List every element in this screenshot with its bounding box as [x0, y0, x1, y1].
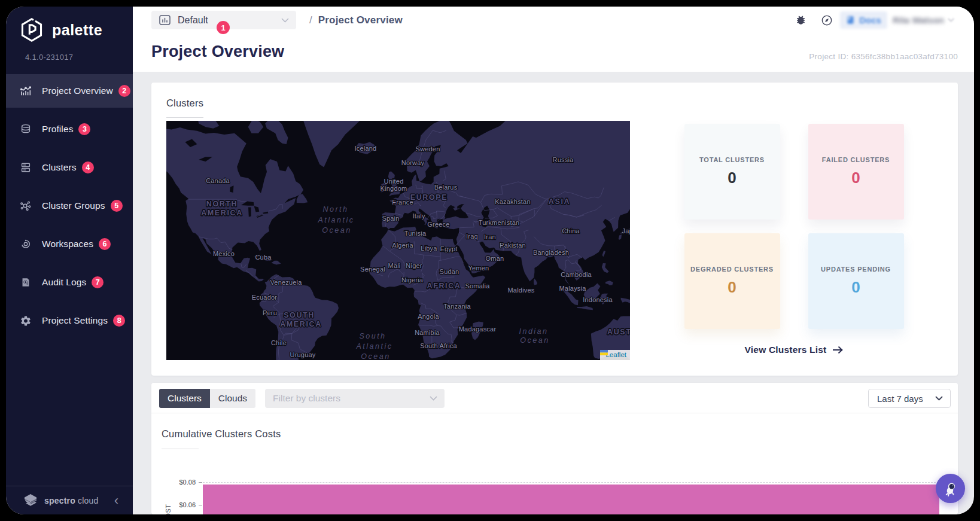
map-label: Cuba: [255, 254, 272, 261]
map-label: Greece: [427, 221, 449, 228]
date-range-value: Last 7 days: [877, 394, 923, 404]
map-label: Senegal: [360, 266, 385, 273]
map-label: Uruguay: [290, 351, 316, 358]
tab-clouds[interactable]: Clouds: [210, 389, 255, 408]
map-label: Oman: [486, 255, 504, 262]
costs-section-title: Cumulative Clusters Costs: [151, 413, 958, 440]
stat-label: UPDATES PENDING: [821, 266, 891, 273]
header-actions: Docs Rita Watson: [781, 11, 954, 29]
annotation-badge-6: 6: [99, 238, 111, 250]
annotation-badge-5: 5: [111, 200, 123, 212]
sidebar-item-cluster-groups[interactable]: Cluster Groups 5: [6, 189, 133, 223]
docs-label: Docs: [859, 15, 881, 25]
map-label: Sudan: [440, 268, 459, 275]
map-label: China: [562, 227, 580, 234]
costs-toolbar: Clusters Clouds Filter by clusters Last …: [151, 383, 958, 408]
sidebar-item-label: Project Settings: [42, 315, 108, 326]
sidebar-item-project-settings[interactable]: Project Settings 8: [6, 304, 133, 337]
chart-area-series: [203, 485, 939, 514]
map-label: Italy: [412, 212, 425, 220]
world-map[interactable]: IcelandSwedenNorwayRussiaCanadaUnitedKin…: [166, 121, 630, 360]
map-label: Pakistan: [500, 242, 526, 249]
sidebar-item-label: Profiles: [42, 124, 73, 135]
map-label: United: [384, 178, 404, 185]
spectro-text: spectro: [44, 496, 75, 505]
project-id: Project ID: 6356fc38bb1aac03afd73100: [809, 52, 958, 61]
date-range-select[interactable]: Last 7 days: [868, 389, 951, 408]
project-selector-icon: [159, 15, 171, 25]
map-label: Nigeria: [401, 276, 424, 284]
sidebar-item-label: Project Overview: [42, 86, 113, 96]
chart-max-gridline: [203, 482, 942, 483]
filter-by-clusters-select[interactable]: Filter by clusters: [265, 389, 445, 408]
bug-report-icon[interactable]: [795, 14, 806, 26]
stat-card-failed-clusters: FAILED CLUSTERS 0: [808, 124, 904, 220]
docs-button[interactable]: Docs: [840, 11, 887, 29]
map-label: Spain: [382, 215, 399, 222]
breadcrumb-current[interactable]: Project Overview: [318, 14, 403, 26]
chart-y-tick-label: $0.08: [172, 479, 196, 486]
chevron-down-icon: [281, 18, 289, 23]
sidebar-item-label: Workspaces: [42, 239, 93, 249]
sidebar-item-label: Cluster Groups: [42, 200, 105, 211]
map-label: Kazakhstan: [495, 198, 530, 205]
project-selector-value: Default: [178, 15, 208, 26]
sidebar-item-project-overview[interactable]: Project Overview 2: [6, 74, 133, 108]
map-label: Madagascar: [459, 325, 497, 333]
arrow-right-icon: [832, 346, 843, 354]
user-chevron-down-icon[interactable]: [948, 18, 954, 22]
map-label: Libya: [421, 245, 437, 252]
breadcrumb-slash: /: [309, 14, 312, 26]
profiles-stack-icon: [20, 123, 32, 135]
map-label: Tanzania: [443, 303, 471, 310]
sidebar-item-profiles[interactable]: Profiles 3: [6, 112, 133, 146]
tab-clusters[interactable]: Clusters: [159, 389, 210, 408]
map-label: Japan: [622, 227, 630, 234]
map-label: Iceland: [355, 145, 377, 152]
map-label: Sweden: [416, 145, 440, 153]
map-label: Ecuador: [252, 294, 278, 301]
sidebar-item-workspaces[interactable]: Workspaces 6: [6, 227, 133, 261]
filter-chevron-down-icon: [430, 396, 437, 401]
sidebar-item-label: Audit Logs: [42, 277, 86, 288]
map-label: Atlantic: [318, 216, 355, 224]
map-label: Indonesia: [583, 296, 613, 303]
stat-value: 0: [851, 278, 860, 297]
map-label: Turkmenistan: [479, 219, 520, 226]
map-attribution: Leaflet: [600, 350, 630, 360]
map-label: Norway: [401, 159, 425, 166]
explore-compass-icon[interactable]: [821, 14, 833, 26]
map-label: Canada: [206, 177, 230, 184]
map-label: Ocean: [361, 352, 390, 360]
sidebar-item-audit-logs[interactable]: Audit Logs 7: [6, 266, 133, 299]
sidebar-collapse-button[interactable]: ‹: [114, 493, 118, 508]
sidebar-item-clusters[interactable]: Clusters 4: [6, 151, 133, 184]
map-label: Atlantic: [356, 342, 393, 351]
stat-value: 0: [851, 169, 860, 187]
chart-y-axis-title: COST: [165, 507, 172, 514]
assistant-fab-button[interactable]: [936, 474, 965, 503]
user-menu[interactable]: Rita Watson: [893, 15, 944, 25]
leaflet-attribution-link[interactable]: Leaflet: [605, 351, 626, 358]
map-label: Mali: [388, 262, 401, 269]
map-label: Maldives: [507, 287, 534, 294]
view-clusters-list-link[interactable]: View Clusters List: [745, 345, 844, 355]
map-label: Namibia: [415, 329, 440, 336]
top-bar: Default 1 / Project Overview: [133, 7, 974, 29]
annotation-badge-8: 8: [113, 315, 125, 327]
brand-name: palette: [52, 22, 102, 39]
breadcrumb: / Project Overview: [309, 14, 403, 26]
map-label: North: [322, 205, 348, 214]
map-label: Angola: [418, 313, 439, 320]
app-window: palette 4.1.0-231017 Project Overview 2 …: [6, 7, 974, 514]
spectro-cloud-logo-icon: [23, 493, 38, 508]
map-label: Egypt: [440, 245, 457, 252]
workspaces-orbit-icon: [20, 238, 32, 250]
map-label: AFRICA: [427, 282, 461, 290]
sidebar-footer: spectro cloud ‹: [6, 486, 133, 514]
map-label: AUSTRALIA: [607, 328, 630, 336]
page-title: Project Overview: [151, 42, 284, 61]
annotation-badge-2: 2: [118, 85, 130, 97]
spectro-cloud-wordmark: spectro cloud: [44, 496, 99, 505]
stat-value: 0: [728, 169, 736, 187]
